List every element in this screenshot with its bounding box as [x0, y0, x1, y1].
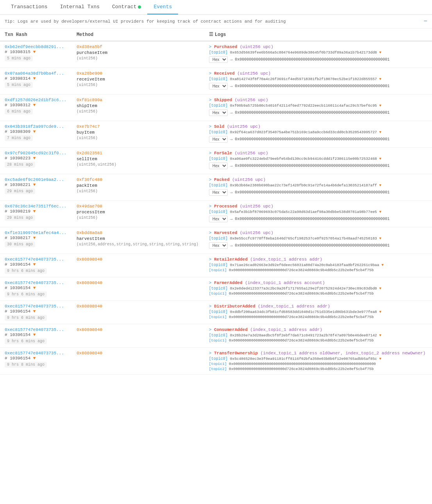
col-method: Method: [72, 29, 204, 41]
txn-time: 5 mins ago: [5, 55, 33, 61]
log-section: > ForSale (uint256 upc) [topic0] 0xa96ae…: [209, 151, 427, 169]
event-name: TransferOwnership: [214, 351, 261, 356]
event-arrow: >: [209, 327, 212, 332]
hex-row: Hex → 0x00000000000000000000000000000000…: [209, 163, 427, 169]
table-row: 0xc5ade6f9c2601e9aa2... # 10398221 ▼ 29 …: [0, 174, 432, 201]
hex-value: 0x00000000000000000000000000000000000000…: [235, 137, 389, 141]
txn-hash-link[interactable]: 0x07aa064a38d7b0ba4f...: [5, 71, 67, 76]
event-sig: (uint256 upc): [232, 177, 266, 182]
log-section: > Sold (uint256 upc) [topic0] 0x92f64ca6…: [209, 124, 427, 143]
topic0-hash: 0x92f64ca637d023f354075a4be751b169c1a8a9…: [230, 130, 382, 134]
txn-number: # 10396154 ▼: [5, 286, 36, 290]
hex-value: 0x00000000000000000000000000000000000000…: [235, 190, 389, 195]
hex-select[interactable]: Hex: [209, 136, 228, 143]
event-name: Harvested: [214, 231, 240, 235]
tip-bar: Tip: Logs are used by developers/externa…: [0, 15, 432, 29]
table-row: 0xf1e3190976e1afec4a4... # 10398217 ▼ 30…: [0, 227, 432, 254]
log-topic0: [topic0] 0xa8142743f8f70a4c26f3691cf4ed5…: [209, 77, 427, 81]
log-topic0: [topic0] 0x2e0ded4123377a3c2bc9a26f17176…: [209, 286, 427, 291]
tab-contract[interactable]: Contract: [106, 0, 147, 14]
hex-row: Hex → 0x00000000000000000000000000000000…: [209, 56, 427, 63]
tab-transactions[interactable]: Transactions: [5, 0, 54, 14]
collapse-button[interactable]: −: [423, 18, 427, 25]
txn-hash-link[interactable]: 0xdf1257d026e2d1bf3c6...: [5, 98, 67, 102]
log-topic0: [topic0] 0x28b26e7a3d20aedbc5f8f2ebf7da6…: [209, 333, 427, 338]
tabs-bar: Transactions Internal Txns Contract Even…: [0, 0, 432, 15]
log-section: > RetailerAdded (index_topic_1 address a…: [209, 257, 427, 272]
txn-hash-link[interactable]: 0x043b3918f2a997cde9...: [5, 124, 67, 129]
event-name: Received: [214, 71, 237, 76]
txn-hash-link[interactable]: 0xec8157747e84073735...: [5, 327, 67, 332]
txn-flag: ▼: [33, 182, 36, 187]
topic-flag: ▼: [379, 286, 382, 291]
event-line: > DistributorAdded (index_topic_1 addres…: [209, 304, 427, 309]
topic-flag: ▼: [379, 333, 382, 338]
event-line: > TransferOwnership (index_topic_1 addre…: [209, 351, 427, 356]
txn-hash-link[interactable]: 0xb62edf9eecbb8d8291...: [5, 45, 67, 49]
topic-flag: ▼: [379, 310, 382, 314]
topic0-hash: 0x653d56639fee6b566a5c804764e9689de38645…: [230, 50, 382, 55]
log-topic1: [topic1] 0x00000000000000000000000d726ce…: [209, 291, 427, 296]
hex-row: Hex → 0x00000000000000000000000000000000…: [209, 189, 427, 196]
txn-time: 9 hrs 6 mins ago: [5, 338, 47, 344]
txn-flag: ▼: [33, 129, 36, 134]
log-section: > Received (uint256 upc) [topic0] 0xa814…: [209, 71, 427, 89]
txn-flag: ▼: [33, 156, 36, 161]
event-name: Shipped: [214, 98, 235, 102]
txn-hash-link[interactable]: 0xec8157747e84073735...: [5, 257, 67, 262]
txn-time: 9 hrs 6 mins ago: [5, 268, 47, 274]
event-name: ConsumerAdded: [214, 327, 250, 332]
txn-number: # 10396154 ▼: [5, 332, 36, 337]
table-row: 0x97cf902045cd92c31f0... # 10398223 ▼ 28…: [0, 148, 432, 174]
txn-hash-link[interactable]: 0xc5ade6f9c2601e9aa2...: [5, 177, 67, 182]
topic0-hash: 0x9b3b66e2380b690bae22c73ef1428fb0c91e72…: [230, 183, 382, 188]
txn-hash-link[interactable]: 0x678c36c34e73517f6ec...: [5, 204, 67, 209]
txn-hash-link[interactable]: 0xec8157747e84073735...: [5, 351, 67, 356]
txn-number: # 10398217 ▼: [5, 236, 36, 240]
topic0-hash: 0x8e55ccfc9778ff8eba1646d765cf1982537ce0…: [230, 236, 382, 241]
arrow-icon: →: [230, 111, 233, 115]
event-line: > ForSale (uint256 upc): [209, 151, 427, 155]
topic2-value: 0x00000000000000000000000d726ce3824d0869…: [229, 367, 374, 371]
events-table-container: Txn Hash Method ☰ Logs 0xb62edf9eecbb8d8…: [0, 29, 432, 375]
method-name: sellItem: [77, 157, 97, 161]
topic0-label: [topic0]: [209, 333, 228, 338]
tab-events[interactable]: Events: [147, 0, 178, 14]
hex-select[interactable]: Hex: [209, 109, 228, 116]
tab-internal-txns[interactable]: Internal Txns: [54, 0, 106, 14]
txn-number: # 10396154 ▼: [5, 356, 36, 361]
col-txn-hash: Txn Hash: [0, 29, 72, 41]
hex-select[interactable]: Hex: [209, 83, 228, 89]
txn-hash-link[interactable]: 0xec8157747e84073735...: [5, 304, 67, 309]
method-params: (uint256): [77, 189, 98, 193]
hex-select[interactable]: Hex: [209, 56, 228, 63]
topic-flag: ▼: [379, 104, 382, 108]
topic-flag: ▼: [379, 210, 382, 214]
topic0-hash: 0x28b26e7a3d20aedbc5f8f2ebf7da671c049172…: [230, 333, 382, 338]
hex-select[interactable]: Hex: [209, 242, 228, 249]
txn-hash-link[interactable]: 0x97cf902045cd92c31f0...: [5, 151, 67, 155]
txn-hash-link[interactable]: 0xec8157747e84073735...: [5, 281, 67, 285]
topic1-label: [topic1]: [209, 315, 227, 319]
event-sig: (uint256 upc): [240, 204, 273, 209]
event-name: FarmerAdded: [214, 281, 245, 285]
topic-flag: ▼: [379, 183, 382, 188]
log-section: > Purchased (uint256 upc) [topic0] 0x653…: [209, 45, 427, 63]
event-sig: (uint256 upc): [237, 71, 271, 76]
events-table: Txn Hash Method ☰ Logs 0xb62edf9eecbb8d8…: [0, 29, 432, 375]
hex-select[interactable]: Hex: [209, 189, 228, 196]
event-name: DistributorAdded: [214, 304, 258, 309]
hex-select[interactable]: Hex: [209, 163, 228, 169]
log-section: > Packed (uint256 upc) [topic0] 0x9b3b66…: [209, 177, 427, 196]
txn-flag: ▼: [33, 236, 36, 240]
txn-hash-link[interactable]: 0xf1e3190976e1afec4a4...: [5, 231, 67, 235]
txn-flag: ▼: [33, 332, 36, 337]
topic0-hash: 0xf00b9a5725b80c54016f42114f6ed7792d22ee…: [230, 104, 382, 108]
hex-select[interactable]: Hex: [209, 216, 228, 222]
event-name: RetailerAdded: [214, 257, 250, 262]
txn-time: 9 hrs 6 mins ago: [5, 315, 47, 321]
txn-time: 28 mins ago: [5, 162, 35, 168]
table-row: 0xdf1257d026e2d1bf3c6... # 10398312 ▼ 6 …: [0, 95, 432, 121]
hex-value: 0x00000000000000000000000000000000000000…: [235, 111, 389, 115]
event-arrow: >: [209, 304, 212, 309]
